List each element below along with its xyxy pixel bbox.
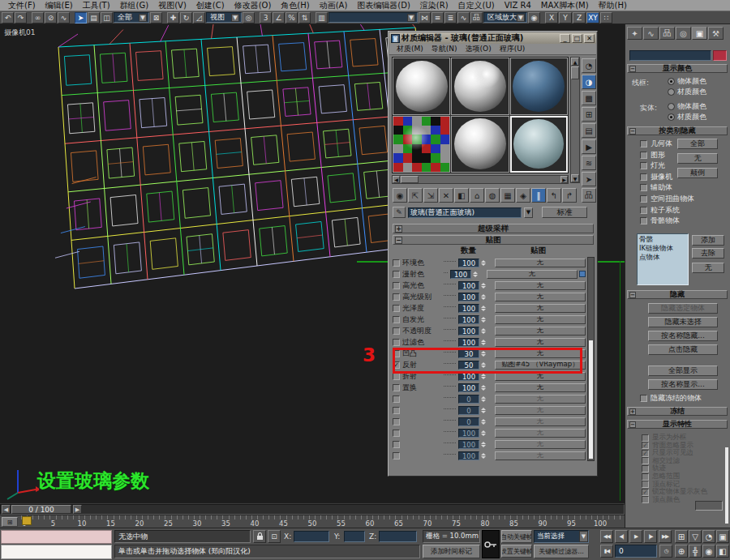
map-button[interactable]: 无 (495, 338, 586, 347)
go-sibling-icon[interactable]: ↱ (562, 188, 577, 203)
spinner-up-icon[interactable] (481, 283, 486, 285)
time-configuration-icon[interactable]: ◷ (659, 545, 672, 558)
rollout-maps[interactable]: − 贴图 (393, 235, 594, 245)
arc-rotate-selected-icon[interactable]: ◉ (702, 545, 715, 558)
map-checkbox[interactable] (393, 327, 400, 335)
hide-button-2[interactable]: 按名称隐藏... (648, 331, 718, 341)
spinner-icon[interactable] (479, 317, 487, 323)
sample-slot-1[interactable] (393, 58, 450, 115)
maps-scrollbar[interactable] (587, 257, 595, 461)
background-icon[interactable]: ▩ (582, 91, 596, 105)
checkbox-icon[interactable] (640, 184, 647, 191)
menu-item[interactable]: 角色(H) (276, 0, 314, 11)
checkbox-icon[interactable] (640, 152, 647, 159)
go-to-end-icon[interactable]: ▶▶ (659, 530, 672, 543)
spinner-icon[interactable] (479, 419, 487, 425)
scroll-thumb[interactable] (401, 176, 419, 183)
close-button[interactable]: ✕ (584, 34, 595, 43)
map-button[interactable]: 无 (495, 372, 586, 381)
radio-icon[interactable] (668, 103, 675, 110)
map-button[interactable]: 无 (495, 417, 586, 426)
spinner-down-icon[interactable] (481, 354, 486, 357)
sample-slot-2[interactable] (451, 58, 509, 115)
map-amount-field[interactable]: 100 (458, 327, 479, 336)
scroll-up-icon[interactable]: ▲ (571, 58, 579, 66)
minimize-button[interactable]: _ (560, 34, 570, 43)
spinner-up-icon[interactable] (481, 260, 486, 263)
select-by-material-icon[interactable]: ➤ (582, 172, 596, 186)
map-checkbox[interactable] (393, 384, 400, 391)
rollout-supersampling[interactable]: + 超级采样 (393, 224, 594, 233)
render-icon[interactable]: ◉ (528, 12, 540, 24)
maxscript-mini-listener-white[interactable] (1, 545, 112, 559)
curve-editor-icon[interactable]: ∿ (457, 12, 470, 24)
add-time-tag-button[interactable]: 添加时间标记 (423, 545, 480, 558)
map-checkbox[interactable] (393, 316, 400, 323)
select-and-scale-icon[interactable]: ◿ (193, 12, 205, 24)
checkbox-icon[interactable] (640, 140, 647, 147)
spinner-down-icon[interactable] (481, 263, 486, 266)
menu-item[interactable]: 自定义(U) (453, 0, 500, 11)
none-button[interactable]: 无 (677, 153, 718, 164)
assign-material-icon[interactable]: ⇲ (423, 188, 438, 203)
spinner-icon[interactable] (479, 396, 487, 402)
menu-item[interactable]: 图表编辑器(D) (352, 0, 415, 11)
map-checkbox[interactable] (393, 418, 400, 425)
map-amount-field[interactable]: 50 (458, 361, 479, 370)
motion-tab-icon[interactable]: ◎ (676, 27, 691, 40)
spinner-up-icon[interactable] (481, 362, 486, 365)
spinner-down-icon[interactable] (481, 434, 486, 436)
map-checkbox[interactable] (393, 293, 400, 301)
map-checkbox[interactable] (393, 259, 400, 267)
spinner-down-icon[interactable] (481, 388, 486, 391)
map-amount-field[interactable]: 100 (458, 281, 479, 290)
map-amount-field[interactable]: 100 (458, 451, 479, 460)
put-to-library-icon[interactable]: ⌂ (470, 188, 484, 203)
scroll-thumb[interactable] (589, 340, 593, 459)
category-骨骼物体[interactable]: 骨骼物体 (640, 216, 680, 226)
spinner-down-icon[interactable] (481, 343, 486, 345)
schematic-view-icon[interactable]: 品 (470, 12, 483, 24)
spinner-up-icon[interactable] (473, 271, 478, 274)
map-button[interactable]: 无 (495, 327, 586, 336)
hide-button-0[interactable]: 隐藏选定物体 (648, 303, 718, 314)
map-amount-field[interactable]: 100 (458, 372, 479, 381)
category-空间扭曲物体[interactable]: 空间扭曲物体 (640, 194, 694, 204)
checkbox-icon[interactable] (640, 173, 647, 181)
spinner-down-icon[interactable] (481, 400, 486, 402)
map-amount-field[interactable]: 100 (458, 338, 479, 347)
spinner-down-icon[interactable] (481, 309, 486, 311)
display-properties-field[interactable] (695, 501, 723, 511)
menu-item[interactable]: 渲染(R) (415, 0, 453, 11)
undo-icon[interactable]: ↶ (2, 12, 14, 24)
scroll-left-icon[interactable]: ◀ (393, 176, 400, 183)
chevron-down-icon[interactable]: ▼ (524, 207, 533, 218)
reference-coordinate-dropdown[interactable]: 视图▼ (206, 12, 242, 23)
map-button[interactable]: 无 (495, 293, 586, 301)
map-amount-field[interactable]: 100 (458, 429, 479, 438)
spinner-down-icon[interactable] (481, 297, 486, 300)
rollout-display-color[interactable]: − 显示颜色 (627, 64, 728, 73)
spinner-icon[interactable] (479, 385, 487, 391)
hierarchy-tab-icon[interactable]: 品 (659, 27, 675, 40)
map-checkbox[interactable] (393, 373, 400, 380)
spinner-icon[interactable] (479, 430, 487, 436)
sample-slots-vertical-scrollbar[interactable]: ▲ ▼ (570, 57, 580, 183)
next-frame-icon[interactable]: ▶ (73, 505, 82, 514)
object-color-swatch[interactable] (713, 50, 727, 61)
key-filters-button[interactable]: 关键帧过滤器... (534, 545, 589, 558)
spinner-up-icon[interactable] (481, 385, 486, 387)
menu-item[interactable]: 修改器(O) (230, 0, 277, 11)
axis-x-button[interactable]: X (545, 12, 558, 24)
map-checkbox[interactable] (393, 271, 400, 278)
map-amount-field[interactable]: 30 (458, 349, 479, 358)
absolute-mode-icon[interactable]: ⊡ (268, 530, 281, 543)
map-button[interactable]: 无 (495, 440, 586, 449)
spinner-up-icon[interactable] (481, 419, 486, 421)
show-button-0[interactable]: 全部显示 (648, 365, 718, 376)
edit-named-selections-icon[interactable]: ▥ (316, 12, 328, 24)
map-amount-field[interactable]: 0 (458, 417, 479, 426)
spinner-down-icon[interactable] (481, 365, 486, 368)
play-icon[interactable]: ▶ (629, 530, 642, 543)
map-button[interactable]: 无 (495, 406, 586, 415)
